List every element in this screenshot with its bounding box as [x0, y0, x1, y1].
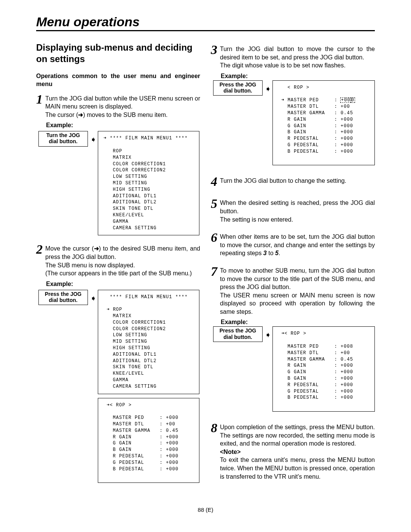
- arrow-icon: ➧: [90, 136, 96, 143]
- menu-screen-rop1: ➜< ROP > MASTER PED : +000 MASTER DTL : …: [98, 398, 199, 483]
- step-body: Upon completion of the settings, press t…: [220, 423, 375, 481]
- step-2: 2 Move the cursor (➜) to the desired SUB…: [36, 244, 200, 277]
- right-column: 3 Turn the JOG dial button to move the c…: [211, 42, 375, 485]
- figure-step1: Turn the JOGdial button. ➧ ➜ **** FILM M…: [38, 131, 200, 235]
- callout-press-jog: Press the JOGdial button.: [213, 326, 263, 342]
- arrow-icon: ➧: [265, 331, 270, 339]
- step-1: 1 Turn the JOG dial button while the USE…: [36, 94, 200, 119]
- step-number: 2: [36, 243, 45, 256]
- menu-screen-rop3: < ROP > ➜ MASTER PED : +000 MASTER DTL :…: [272, 80, 375, 166]
- example-label: Example:: [46, 122, 200, 129]
- step-body: Turn the JOG dial button while the USER …: [45, 94, 200, 119]
- section-title: Displaying sub-menus and deciding on set…: [36, 42, 200, 65]
- step-number: 5: [211, 197, 220, 210]
- flashing-digit: +00: [340, 97, 351, 103]
- example-label: Example:: [221, 73, 375, 80]
- step-number: 8: [211, 422, 220, 435]
- left-column: Displaying sub-menus and deciding on set…: [36, 42, 200, 485]
- figure-step2: Press the JOGdial button. ➧ **** FILM MA…: [38, 290, 200, 483]
- step-8: 8 Upon completion of the settings, press…: [211, 423, 375, 481]
- arrow-icon: ➧: [90, 294, 96, 302]
- menu-screen-main2: **** FILM MAIN MENU1 **** ➜ ROP MATRIX C…: [98, 290, 199, 394]
- flashing-digit: 0: [350, 97, 355, 103]
- figure-step3: Press the JOGdial button. ➧ < ROP > ➜ MA…: [213, 80, 375, 166]
- example-label: Example:: [221, 319, 375, 326]
- step-3: 3 Turn the JOG dial button to move the c…: [211, 45, 375, 70]
- step-body: To move to another SUB menu, turn the JO…: [220, 267, 375, 316]
- callout-press-jog: Press the JOGdial button.: [38, 290, 88, 305]
- step-body: Turn the JOG dial button to move the cur…: [220, 45, 375, 70]
- chapter-title: Menu operations: [36, 14, 375, 29]
- step-7: 7 To move to another SUB menu, turn the …: [211, 267, 375, 316]
- step-number: 7: [211, 265, 220, 278]
- step-number: 3: [211, 43, 220, 56]
- callout-press-jog: Press the JOGdial button.: [213, 80, 263, 96]
- step-body: When the desired setting is reached, pre…: [220, 199, 375, 224]
- step-body: Turn the JOG dial button to change the s…: [220, 177, 375, 185]
- step-body: When other items are to be set, turn the…: [220, 233, 375, 257]
- menu-screen-rop7: ➜< ROP > MASTER PED : +008 MASTER DTL : …: [272, 326, 375, 412]
- arrow-icon: ➧: [265, 85, 270, 93]
- step-number: 4: [211, 175, 220, 188]
- page-footer: 88 (E): [0, 506, 411, 513]
- figure-step7: Press the JOGdial button. ➧ ➜< ROP > MAS…: [213, 326, 375, 412]
- step-5: 5 When the desired setting is reached, p…: [211, 199, 375, 224]
- chapter-rule: [36, 30, 375, 31]
- step-number: 6: [211, 231, 220, 244]
- step-4: 4 Turn the JOG dial button to change the…: [211, 177, 375, 190]
- step-number: 1: [36, 93, 45, 106]
- step-body: Move the cursor (➜) to the desired SUB m…: [45, 244, 200, 277]
- step-6: 6 When other items are to be set, turn t…: [211, 233, 375, 257]
- menu-screen-main1: ➜ **** FILM MAIN MENU1 **** ROP MATRIX C…: [98, 131, 199, 235]
- section-subhead: Operations common to the user menu and e…: [36, 72, 200, 88]
- example-label: Example:: [46, 281, 200, 288]
- callout-turn-jog: Turn the JOGdial button.: [38, 131, 88, 146]
